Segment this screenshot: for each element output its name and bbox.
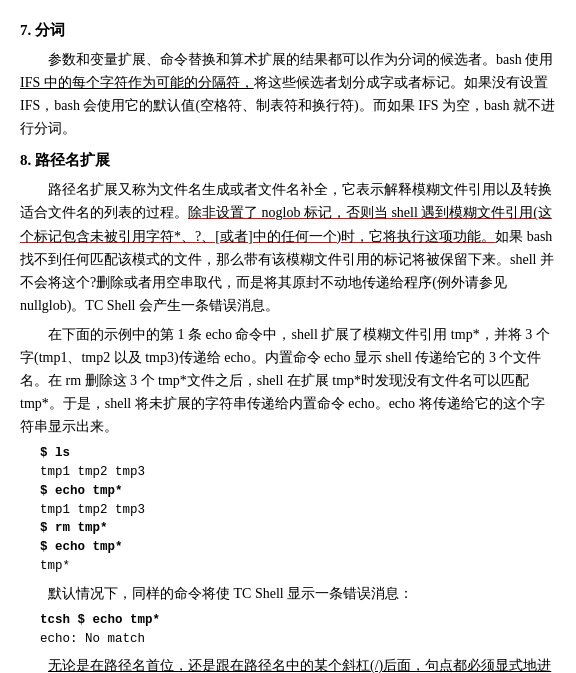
code-line-tcsh-2: echo: No match xyxy=(40,630,556,649)
code-line-2: tmp1 tmp2 tmp3 xyxy=(40,463,556,482)
p8-3-text: 默认情况下，同样的命令将使 TC Shell 显示一条错误消息： xyxy=(48,586,413,601)
code-line-5: $ rm tmp* xyxy=(40,519,556,538)
section-8-paragraph-1: 路径名扩展又称为文件名生成或者文件名补全，它表示解释模糊文件引用以及转换适合文件… xyxy=(20,178,556,317)
code-line-1: $ ls xyxy=(40,444,556,463)
p8-2-text: 在下面的示例中的第 1 条 echo 命令中，shell 扩展了模糊文件引用 t… xyxy=(20,327,550,434)
section-7-paragraph-1: 参数和变量扩展、命令替换和算术扩展的结果都可以作为分词的候选者。bash 使用I… xyxy=(20,48,556,140)
section-8-paragraph-2: 在下面的示例中的第 1 条 echo 命令中，shell 扩展了模糊文件引用 t… xyxy=(20,323,556,438)
p7-text-before-underline: 参数和变量扩展、命令替换和算术扩展的结果都可以作为分词的候选者。bash 使用 xyxy=(48,52,553,67)
code-line-4: tmp1 tmp2 tmp3 xyxy=(40,501,556,520)
p8-4-underline-1: 无论是在路径名首位，还是跟在路径名中的某个斜杠(/)后面，句点都必须显式地进行匹… xyxy=(20,658,551,673)
section-8: 8. 路径名扩展 路径名扩展又称为文件名生成或者文件名补全，它表示解释模糊文件引… xyxy=(20,148,556,673)
section-8-paragraph-4: 无论是在路径名首位，还是跟在路径名中的某个斜杠(/)后面，句点都必须显式地进行匹… xyxy=(20,654,556,673)
code-line-3: $ echo tmp* xyxy=(40,482,556,501)
section-7: 7. 分词 参数和变量扩展、命令替换和算术扩展的结果都可以作为分词的候选者。ba… xyxy=(20,18,556,140)
code-block-2: tcsh $ echo tmp* echo: No match xyxy=(40,611,556,649)
p7-underline-text: IFS 中的每个字符作为可能的分隔符， xyxy=(20,75,254,90)
section-8-title: 8. 路径名扩展 xyxy=(20,148,556,172)
code-line-6: $ echo tmp* xyxy=(40,538,556,557)
code-line-tcsh-1: tcsh $ echo tmp* xyxy=(40,611,556,630)
section-7-title: 7. 分词 xyxy=(20,18,556,42)
code-block-1: $ ls tmp1 tmp2 tmp3 $ echo tmp* tmp1 tmp… xyxy=(40,444,556,575)
code-line-7: tmp* xyxy=(40,557,556,576)
section-8-paragraph-3: 默认情况下，同样的命令将使 TC Shell 显示一条错误消息： xyxy=(20,582,556,605)
section-7-number: 7. xyxy=(20,22,31,38)
section-8-number: 8. xyxy=(20,152,31,168)
